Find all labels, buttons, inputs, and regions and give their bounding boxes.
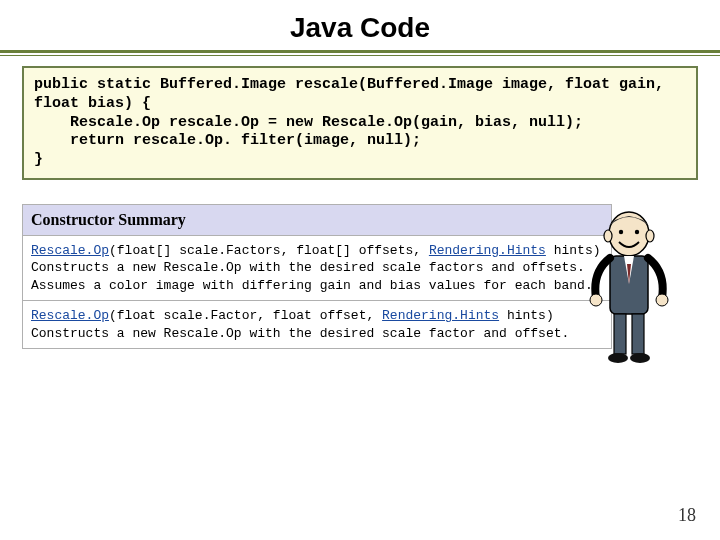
page-number: 18: [678, 505, 696, 526]
constructor-description: Constructs a new Rescale.Op with the des…: [31, 326, 569, 341]
page-title: Java Code: [0, 12, 720, 44]
svg-point-3: [646, 230, 654, 242]
svg-point-10: [608, 353, 628, 363]
rescaleop-link[interactable]: Rescale.Op: [31, 243, 109, 258]
svg-rect-9: [632, 314, 644, 354]
title-underline: [0, 50, 720, 56]
signature-text: hints): [499, 308, 554, 323]
svg-point-2: [635, 230, 639, 234]
rescaleop-link[interactable]: Rescale.Op: [31, 308, 109, 323]
svg-point-7: [656, 294, 668, 306]
svg-point-1: [619, 230, 623, 234]
code-block: public static Buffered.Image rescale(Buf…: [22, 66, 698, 180]
signature-text: (float scale.Factor, float offset,: [109, 308, 382, 323]
constructor-summary-header: Constructor Summary: [23, 204, 612, 235]
svg-rect-5: [610, 256, 648, 314]
svg-point-0: [609, 212, 649, 256]
renderinghints-link[interactable]: Rendering.Hints: [429, 243, 546, 258]
table-row: Rescale.Op(float scale.Factor, float off…: [23, 301, 612, 349]
signature-text: (float[] scale.Factors, float[] offsets,: [109, 243, 429, 258]
svg-point-11: [630, 353, 650, 363]
svg-rect-8: [614, 314, 626, 354]
signature-text: hints): [546, 243, 601, 258]
constructor-description: Constructs a new Rescale.Op with the des…: [31, 260, 593, 293]
table-row: Rescale.Op(float[] scale.Factors, float[…: [23, 235, 612, 301]
renderinghints-link[interactable]: Rendering.Hints: [382, 308, 499, 323]
constructor-summary-table: Constructor Summary Rescale.Op(float[] s…: [22, 204, 612, 350]
